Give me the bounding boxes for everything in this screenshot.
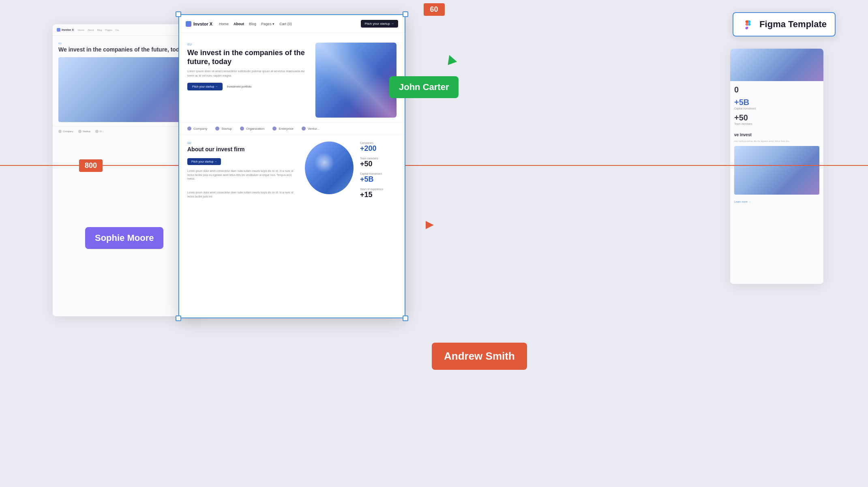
logo-enterprise: Enterprise — [272, 127, 293, 131]
bg-left-logo: Invstor X — [57, 28, 74, 32]
bg-right-learn-more[interactable]: Learn more → — [730, 198, 823, 206]
sphere-highlight — [315, 152, 334, 173]
about-desc-2: Lorem ipsum dolor amet consectetur diam … — [187, 191, 298, 199]
logo-icon — [186, 21, 191, 27]
bg-left-nav: Home About Blog Pages Ca... — [78, 29, 120, 31]
logo-company: Company — [187, 127, 207, 131]
wave-shape — [315, 43, 396, 118]
bg-left-logo-company: Company — [58, 130, 73, 133]
logos-section: Company Startup Organization Enterprise … — [179, 122, 405, 135]
about-sphere-image — [305, 142, 354, 194]
about-left: 02/ About our invest firm Pitch your sta… — [187, 142, 298, 203]
stat-team: Team members +50 — [360, 157, 396, 168]
hero-buttons: Pitch your startup → Investment portfoli… — [187, 83, 309, 90]
selection-handle-br — [403, 315, 408, 321]
measurement-badge-800: 800 — [79, 159, 103, 172]
logo-startup: Startup — [215, 127, 232, 131]
hero-cta-button[interactable]: Pitch your startup → — [187, 83, 223, 90]
measurement-badge-60: 60 — [423, 3, 444, 16]
bg-right-stat-2: +50 Team members — [734, 113, 819, 125]
measurement-line — [0, 165, 868, 166]
nav-cta-button[interactable]: Pitch your startup → — [361, 20, 398, 28]
selection-handle-tl — [176, 11, 181, 17]
hero-description: Lorem ipsum dolor sit amet consectetur s… — [187, 69, 309, 78]
about-title: About our invest firm — [187, 146, 298, 153]
nav-about[interactable]: About — [234, 22, 244, 26]
bg-right-stats: 0 +5B Capital investment +50 Team member… — [730, 81, 823, 133]
sophie-moore-badge: Sophie Moore — [85, 227, 163, 249]
main-navbar: Invstor X Home About Blog Pages ▾ Cart (… — [179, 15, 405, 33]
main-navbar-logo: Invstor X — [186, 21, 212, 27]
figma-badge[interactable]: Figma Template — [733, 12, 836, 36]
main-card: Invstor X Home About Blog Pages ▾ Cart (… — [178, 14, 405, 318]
logo-organization: Organization — [240, 127, 264, 131]
about-number: 02/ — [187, 142, 298, 144]
nav-cart[interactable]: Cart (0) — [279, 22, 292, 26]
stat-years: Years of experience +15 — [360, 188, 396, 199]
bg-left-logo-icon — [57, 28, 60, 32]
nav-pages[interactable]: Pages ▾ — [261, 22, 274, 26]
hero-image — [315, 43, 396, 118]
nav-home[interactable]: Home — [219, 22, 229, 26]
logo-venture: Ventur... — [302, 127, 319, 131]
figma-badge-text: Figma Template — [759, 19, 827, 30]
andrew-smith-badge: Andrew Smith — [432, 343, 527, 370]
selection-handle-bl — [176, 315, 181, 321]
stat-capital: Capital investment +5B — [360, 172, 396, 184]
main-nav-links: Home About Blog Pages ▾ Cart (0) — [219, 22, 292, 26]
bg-left-logo-startup: Startup — [78, 130, 90, 133]
bg-right-stat-0: 0 — [734, 85, 819, 94]
bg-left-hero-image — [58, 57, 197, 122]
bg-card-right: 0 +5B Capital investment +50 Team member… — [730, 49, 823, 284]
hero-title: We invest in the companies of the future… — [187, 49, 309, 66]
bg-right-top-image — [730, 49, 823, 81]
john-carter-badge: John Carter — [389, 76, 459, 98]
about-section: 02/ About our invest firm Pitch your sta… — [179, 135, 405, 210]
figma-logo-icon — [742, 18, 754, 31]
about-cta-button[interactable]: Pitch your startup → — [187, 158, 221, 165]
stats-column: Companies +200 Team members +50 Capital … — [360, 142, 396, 203]
hero-link[interactable]: Investment portfolio — [227, 85, 251, 88]
bg-right-content-image — [734, 146, 819, 195]
hero-image-bg — [315, 43, 396, 118]
selection-handle-tr — [403, 11, 408, 17]
hero-section: 01/ We invest in the companies of the fu… — [179, 33, 405, 122]
bg-left-logo-org: O... — [95, 130, 104, 133]
about-desc-1: Lorem ipsum dolor amet consectetur diam … — [187, 169, 298, 181]
hero-number: 01/ — [187, 43, 309, 46]
bg-right-stat-1: +5B Capital investment — [734, 98, 819, 110]
stat-companies: Companies +200 — [360, 142, 396, 153]
nav-blog[interactable]: Blog — [249, 22, 256, 26]
hero-text: 01/ We invest in the companies of the fu… — [187, 43, 309, 116]
cursor-red-icon — [426, 221, 434, 229]
